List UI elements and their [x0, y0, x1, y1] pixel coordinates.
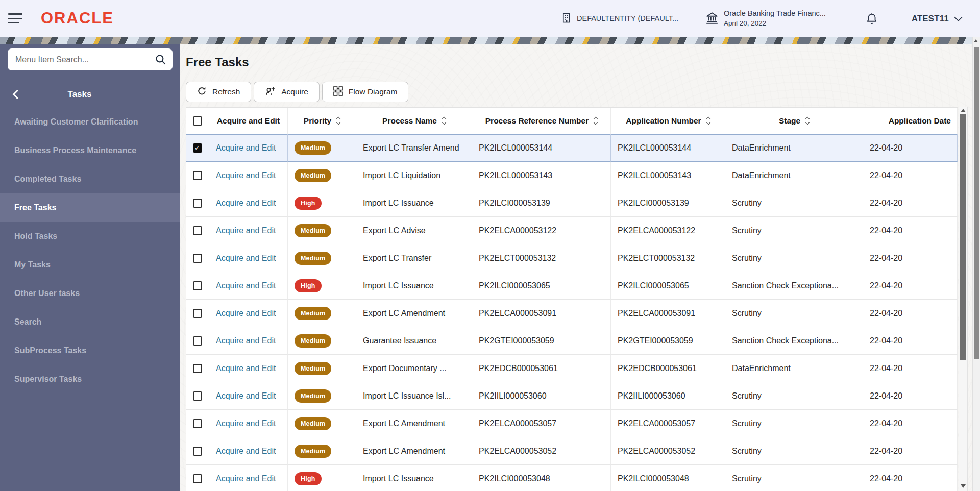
free-tasks-table: ✓ Acquire and Edit Priority Process Name… [186, 107, 958, 491]
row-checkbox[interactable]: ✓ [193, 281, 202, 290]
search-icon[interactable] [155, 54, 166, 65]
priority-badge: Medium [295, 445, 331, 458]
table-row[interactable]: ✓ Acquire and Edit Medium Export LC Tran… [186, 134, 958, 162]
table-row[interactable]: ✓ Acquire and Edit Medium Import LC Issu… [186, 382, 958, 410]
sidebar-item-subprocess-tasks[interactable]: SubProcess Tasks [0, 336, 180, 365]
row-checkbox[interactable]: ✓ [193, 336, 202, 346]
col-header-application-date[interactable]: Application Date [863, 108, 958, 134]
top-bar-right: DEFAULTENTITY (DEFAULT... Oracle Banking… [561, 7, 980, 30]
col-header-process-reference-number[interactable]: Process Reference Number [472, 108, 611, 134]
row-checkbox[interactable]: ✓ [193, 364, 202, 373]
application-date-cell: 22-04-20 [863, 355, 958, 382]
sidebar-item-other-user-tasks[interactable]: Other User tasks [0, 279, 180, 308]
sidebar-item-supervisor-tasks[interactable]: Supervisor Tasks [0, 365, 180, 394]
sidebar-section-title: Tasks [0, 89, 180, 100]
scroll-down-arrow-icon[interactable] [961, 484, 966, 488]
table-scrollbar-thumb[interactable] [960, 114, 966, 360]
table-scrollbar[interactable] [959, 107, 968, 491]
sort-icon[interactable] [806, 117, 809, 124]
table-row[interactable]: ✓ Acquire and Edit Medium Export LC Amen… [186, 410, 958, 437]
back-chevron-icon[interactable] [12, 90, 18, 99]
table-row[interactable]: ✓ Acquire and Edit Medium Export LC Tran… [186, 244, 958, 272]
priority-badge: Medium [295, 252, 331, 265]
sort-icon[interactable] [594, 117, 597, 124]
row-checkbox[interactable]: ✓ [193, 143, 202, 153]
table-row[interactable]: ✓ Acquire and Edit Medium Export Documen… [186, 355, 958, 382]
row-checkbox[interactable]: ✓ [193, 171, 202, 180]
table-row[interactable]: ✓ Acquire and Edit High Import LC Issuan… [186, 272, 958, 300]
check-icon: ✓ [194, 144, 200, 151]
sidebar-item-search[interactable]: Search [0, 308, 180, 336]
row-checkbox[interactable]: ✓ [193, 419, 202, 428]
notifications-bell-icon[interactable] [866, 12, 878, 25]
user-menu[interactable]: ATEST11 [912, 14, 963, 23]
row-checkbox[interactable]: ✓ [193, 254, 202, 263]
application-date-cell: 22-04-20 [863, 272, 958, 300]
sidebar-item-completed-tasks[interactable]: Completed Tasks [0, 165, 180, 193]
scroll-up-arrow-icon[interactable] [961, 109, 966, 112]
branch-info[interactable]: Oracle Banking Trade Financ... April 20,… [705, 9, 826, 28]
entity-selector[interactable]: DEFAULTENTITY (DEFAULT... [561, 12, 678, 25]
col-header-application-number[interactable]: Application Number [611, 108, 725, 134]
stage-cell: DataEnrichment [725, 162, 863, 189]
acquire-and-edit-link[interactable]: Acquire and Edit [216, 226, 276, 235]
acquire-and-edit-link[interactable]: Acquire and Edit [216, 364, 276, 373]
acquire-and-edit-link[interactable]: Acquire and Edit [216, 143, 276, 153]
process-reference-number-cell: PK2ELCA000053122 [472, 217, 611, 244]
table-row[interactable]: ✓ Acquire and Edit Medium Export LC Amen… [186, 300, 958, 327]
acquire-and-edit-link[interactable]: Acquire and Edit [216, 199, 276, 208]
table-row[interactable]: ✓ Acquire and Edit High Import LC Issuan… [186, 189, 958, 217]
table-row[interactable]: ✓ Acquire and Edit Medium Export LC Advi… [186, 217, 958, 244]
row-checkbox[interactable]: ✓ [193, 447, 202, 456]
sidebar-item-my-tasks[interactable]: My Tasks [0, 251, 180, 279]
flow-diagram-button[interactable]: Flow Diagram [322, 82, 409, 102]
page-scroll-up-arrow-icon[interactable] [974, 39, 978, 42]
acquire-and-edit-link[interactable]: Acquire and Edit [216, 447, 276, 456]
process-name-cell: Export LC Amendment [356, 437, 472, 465]
acquire-and-edit-link[interactable]: Acquire and Edit [216, 254, 276, 263]
sort-icon[interactable] [707, 117, 710, 124]
sidebar-item-business-process-maintenance[interactable]: Business Process Maintenance [0, 136, 180, 165]
acquire-and-edit-link[interactable]: Acquire and Edit [216, 474, 276, 483]
acquire-and-edit-link[interactable]: Acquire and Edit [216, 171, 276, 180]
sidebar-item-hold-tasks[interactable]: Hold Tasks [0, 222, 180, 251]
table-row[interactable]: ✓ Acquire and Edit Medium Import LC Liqu… [186, 162, 958, 189]
row-checkbox[interactable]: ✓ [193, 474, 202, 483]
process-reference-number-cell: PK2ELCA000053052 [472, 437, 611, 465]
sort-icon[interactable] [443, 117, 446, 124]
stage-cell: Scrutiny [725, 189, 863, 217]
page-scrollbar-thumb[interactable] [974, 47, 979, 359]
table-row[interactable]: ✓ Acquire and Edit Medium Guarantee Issu… [186, 327, 958, 355]
acquire-and-edit-link[interactable]: Acquire and Edit [216, 419, 276, 428]
acquire-and-edit-link[interactable]: Acquire and Edit [216, 336, 276, 346]
acquire-button[interactable]: Acquire [254, 82, 320, 102]
row-checkbox[interactable]: ✓ [193, 391, 202, 401]
row-checkbox[interactable]: ✓ [193, 226, 202, 235]
stage-cell: Scrutiny [725, 244, 863, 272]
sidebar-item-label: Awaiting Customer Clarification [14, 117, 138, 127]
sort-icon[interactable] [337, 117, 340, 124]
hamburger-menu-icon[interactable] [8, 13, 22, 23]
acquire-and-edit-link[interactable]: Acquire and Edit [216, 391, 276, 401]
refresh-button[interactable]: Refresh [186, 82, 251, 102]
page-scrollbar[interactable] [972, 37, 980, 491]
refresh-icon [197, 86, 207, 98]
application-number-cell: PK2ELCA000053122 [611, 217, 725, 244]
menu-search-input[interactable] [8, 55, 155, 64]
col-header-acquire-and-edit[interactable]: Acquire and Edit [209, 108, 288, 134]
process-reference-number-cell: PK2ILCI000053065 [472, 272, 611, 300]
row-checkbox[interactable]: ✓ [193, 199, 202, 208]
table-row[interactable]: ✓ Acquire and Edit High Import LC Issuan… [186, 465, 958, 491]
sidebar-item-awaiting-customer-clarification[interactable]: Awaiting Customer Clarification [0, 108, 180, 136]
col-header-process-name[interactable]: Process Name [356, 108, 472, 134]
col-header-priority[interactable]: Priority [288, 108, 356, 134]
bank-icon [705, 12, 719, 26]
sidebar-item-free-tasks[interactable]: Free Tasks [0, 193, 180, 222]
acquire-and-edit-link[interactable]: Acquire and Edit [216, 309, 276, 318]
chevron-down-icon [954, 14, 963, 23]
select-all-checkbox[interactable]: ✓ [186, 108, 209, 134]
col-header-stage[interactable]: Stage [725, 108, 863, 134]
acquire-and-edit-link[interactable]: Acquire and Edit [216, 281, 276, 290]
row-checkbox[interactable]: ✓ [193, 309, 202, 318]
table-row[interactable]: ✓ Acquire and Edit Medium Export LC Amen… [186, 437, 958, 465]
